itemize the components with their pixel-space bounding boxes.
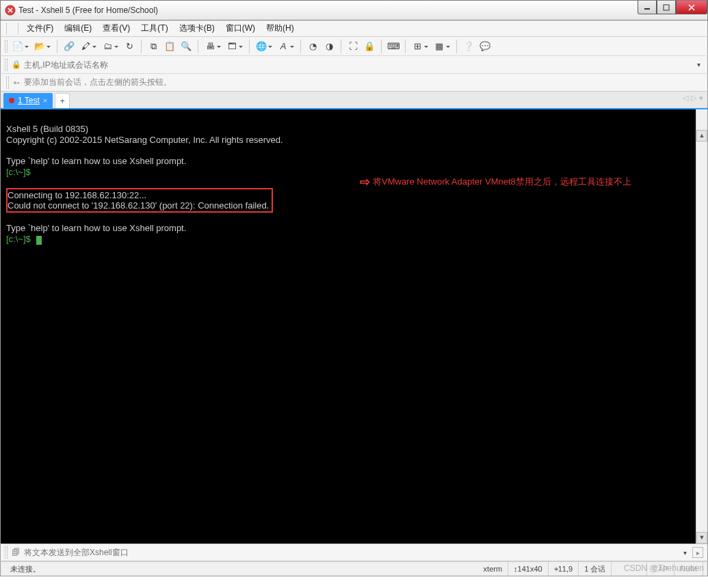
address-input[interactable] <box>24 60 694 70</box>
properties-button[interactable]: 🗔 <box>224 39 239 54</box>
color2-button[interactable]: ◑ <box>322 39 337 54</box>
app-icon <box>5 5 16 16</box>
cursor <box>36 236 42 245</box>
tab-test[interactable]: 1 Test × <box>3 93 53 108</box>
scroll-down-icon[interactable]: ▼ <box>696 532 707 544</box>
grip-icon <box>6 77 9 89</box>
grip-icon <box>5 40 8 53</box>
send-bar: 🗐 ▾ ▸ <box>0 544 708 561</box>
menu-file[interactable]: 文件(F) <box>21 23 59 34</box>
tab-strip: 1 Test × + ◁ ▷ ▾ <box>0 92 708 109</box>
fullscreen-button[interactable]: ⛶ <box>345 39 360 54</box>
status-state: 未连接。 <box>5 562 478 576</box>
pin-icon[interactable]: ➳ <box>13 78 20 88</box>
status-dot-icon <box>9 98 14 103</box>
window-titlebar: Test - Xshell 5 (Free for Home/School) <box>0 0 708 21</box>
menu-tools[interactable]: 工具(T) <box>135 23 173 34</box>
status-term: xterm <box>478 562 509 576</box>
tab-index: 1 <box>18 96 23 105</box>
tab-nav: ◁ ▷ ▾ <box>683 94 703 103</box>
grip-icon <box>5 59 8 71</box>
address-bar: 🔒 ▾ <box>0 56 708 74</box>
new-window-button[interactable]: ⊞ <box>410 39 425 54</box>
svg-rect-2 <box>664 5 669 10</box>
menu-help[interactable]: 帮助(H) <box>261 23 300 34</box>
lock-icon: 🔒 <box>12 60 21 69</box>
tab-close-icon[interactable]: × <box>43 96 47 105</box>
prompt2: [c:\~]$ <box>6 234 31 244</box>
menu-bar: 文件(F) 编辑(E) 查看(V) 工具(T) 选项卡(B) 窗口(W) 帮助(… <box>0 21 708 37</box>
menu-window[interactable]: 窗口(W) <box>220 23 261 34</box>
keyboard-button[interactable]: ⌨ <box>386 39 401 54</box>
help-line: Type `help' to learn how to use Xshell p… <box>6 156 186 166</box>
copy-button[interactable]: ⧉ <box>146 39 161 54</box>
tile-button[interactable]: ▦ <box>432 39 447 54</box>
help-line2: Type `help' to learn how to use Xshell p… <box>6 223 186 233</box>
grip-icon <box>6 23 18 34</box>
minimize-button[interactable] <box>638 1 657 14</box>
hint-text: 要添加当前会话，点击左侧的箭头按钮。 <box>24 77 172 88</box>
status-cursor: ⌖ 11,9 <box>549 562 579 576</box>
banner-line2: Copyright (c) 2002-2015 NetSarang Comput… <box>6 135 283 145</box>
encoding-button[interactable]: 🌐 <box>254 39 269 54</box>
grip-icon <box>5 546 8 559</box>
paste-button[interactable]: 📋 <box>162 39 177 54</box>
status-bar: 未连接。 xterm ↕ 141x40 ⌖ 11,9 1 会话 CAP NUM <box>0 561 708 576</box>
address-dropdown[interactable]: ▾ <box>694 61 703 68</box>
scrollbar[interactable]: ▲ ▼ <box>696 109 707 544</box>
window-controls <box>638 1 707 14</box>
menu-edit[interactable]: 编辑(E) <box>59 23 97 34</box>
highlight-button[interactable]: 🖍 <box>78 39 93 54</box>
menu-tabs[interactable]: 选项卡(B) <box>174 23 220 34</box>
print-button[interactable]: 🖶 <box>202 39 218 54</box>
lock-button[interactable]: 🔒 <box>362 39 377 54</box>
help-button[interactable]: ❔ <box>461 39 476 54</box>
status-size: ↕ 141x40 <box>508 562 549 576</box>
prompt: [c:\~]$ <box>6 167 31 177</box>
link-button[interactable]: 🔗 <box>62 39 77 54</box>
annotation-text: 将VMware Network Adapter VMnet8禁用之后，远程工具连… <box>373 176 631 187</box>
new-tab-button[interactable]: + <box>55 93 70 108</box>
new-session-button[interactable]: 📄 <box>10 39 25 54</box>
close-button[interactable] <box>676 1 707 14</box>
send-input[interactable] <box>24 548 680 557</box>
connect-line1: Connecting to 192.168.62.130:22... <box>8 190 146 200</box>
broadcast-icon[interactable]: 🗐 <box>12 548 20 557</box>
font-button[interactable]: A <box>276 39 291 54</box>
terminal-view[interactable]: Xshell 5 (Build 0835) Copyright (c) 2002… <box>0 109 708 544</box>
annotation: ⇨ 将VMware Network Adapter VMnet8禁用之后，远程工… <box>360 176 631 187</box>
tab-list[interactable]: ▾ <box>699 94 703 103</box>
send-dropdown[interactable]: ▾ <box>680 549 690 557</box>
send-option[interactable]: ▸ <box>692 547 703 558</box>
copy-props-button[interactable]: 🗂 <box>100 39 115 54</box>
maximize-button[interactable] <box>657 1 676 14</box>
toolbar: 📄 📂 🔗 🖍 🗂 ↻ ⧉ 📋 🔍 🖶 🗔 🌐 A ◔ ◑ ⛶ 🔒 ⌨ ⊞ ▦ … <box>0 37 708 56</box>
watermark: CSDN @Thehuhaben <box>624 563 704 573</box>
tab-label: Test <box>25 96 40 105</box>
tab-next[interactable]: ▷ <box>691 94 696 103</box>
menu-view[interactable]: 查看(V) <box>97 23 135 34</box>
arrow-icon: ⇨ <box>360 178 370 186</box>
scroll-up-icon[interactable]: ▲ <box>696 130 707 142</box>
banner-line1: Xshell 5 (Build 0835) <box>6 124 88 134</box>
error-highlight-box: Connecting to 192.168.62.130:22... Could… <box>6 188 273 213</box>
status-sessions: 1 会话 <box>579 562 612 576</box>
search-button[interactable]: 🔍 <box>179 39 194 54</box>
tab-prev[interactable]: ◁ <box>683 94 688 103</box>
open-button[interactable]: 📂 <box>32 39 47 54</box>
feedback-button[interactable]: 💬 <box>477 39 493 54</box>
window-title: Test - Xshell 5 (Free for Home/School) <box>18 5 158 15</box>
hint-bar: ➳ 要添加当前会话，点击左侧的箭头按钮。 <box>0 74 708 92</box>
connect-line2: Could not connect to '192.168.62.130' (p… <box>8 200 269 211</box>
reconnect-button[interactable]: ↻ <box>122 39 137 54</box>
color1-button[interactable]: ◔ <box>305 39 320 54</box>
svg-rect-1 <box>644 8 650 10</box>
